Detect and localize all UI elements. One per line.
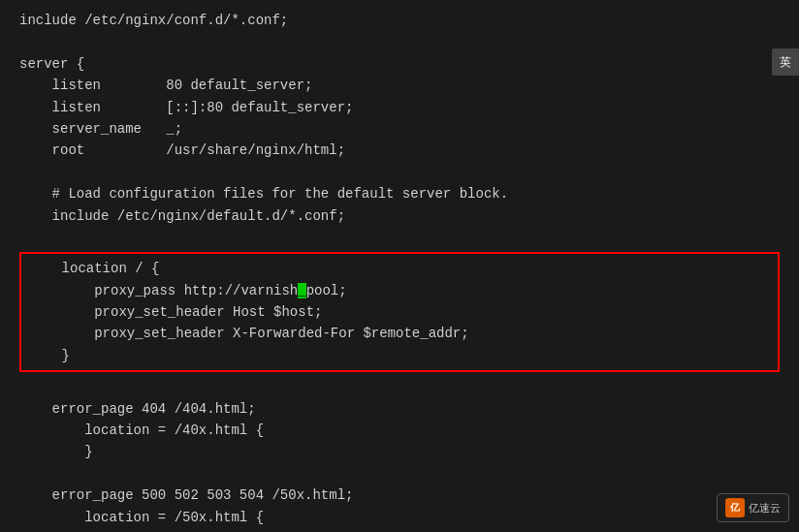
- code-line: [19, 162, 780, 183]
- location-40x-line: location = /40x.html {: [19, 420, 780, 441]
- location-open-line: location / {: [29, 258, 770, 279]
- location-50x-line: location = /50x.html {: [19, 507, 780, 528]
- code-line: # Load configuration files for the defau…: [19, 183, 780, 204]
- highlighted-location-block: location / { proxy_pass http://varnish_p…: [19, 252, 780, 372]
- code-line: [19, 31, 780, 52]
- proxy-set-header-host-line: proxy_set_header Host $host;: [29, 301, 770, 323]
- code-line: listen [::]:80 default_server;: [19, 97, 780, 118]
- location-40x-close-line: }: [19, 441, 780, 462]
- proxy-pass-pre: proxy_pass http://varnish: [29, 283, 298, 298]
- code-line: root /usr/share/nginx/html;: [19, 140, 780, 161]
- language-toggle-button[interactable]: 英: [772, 48, 799, 76]
- location-50x-close-line: }: [19, 528, 780, 532]
- code-editor: include /etc/nginx/conf.d/*.conf; server…: [0, 0, 799, 532]
- code-line: include /etc/nginx/default.d/*.conf;: [19, 205, 780, 227]
- watermark-text: 亿速云: [749, 501, 781, 516]
- watermark-logo: 亿: [725, 498, 745, 517]
- code-line: listen 80 default_server;: [19, 75, 780, 96]
- error-page-50x-line: error_page 500 502 503 504 /50x.html;: [19, 485, 780, 506]
- code-line: [19, 376, 780, 397]
- code-line: server {: [19, 53, 780, 75]
- code-line: include /etc/nginx/conf.d/*.conf;: [19, 10, 780, 31]
- proxy-set-header-forwarded-line: proxy_set_header X-Forwarded-For $remote…: [29, 323, 770, 344]
- location-close-line: }: [29, 345, 770, 366]
- code-line: server_name _;: [19, 118, 780, 140]
- code-line: [19, 463, 780, 485]
- error-page-404-line: error_page 404 /404.html;: [19, 398, 780, 420]
- watermark: 亿 亿速云: [717, 493, 789, 522]
- code-line: [19, 227, 780, 248]
- proxy-pass-post: pool;: [306, 283, 347, 298]
- cursor: _: [298, 283, 305, 298]
- proxy-pass-line: proxy_pass http://varnish_pool;: [29, 280, 770, 301]
